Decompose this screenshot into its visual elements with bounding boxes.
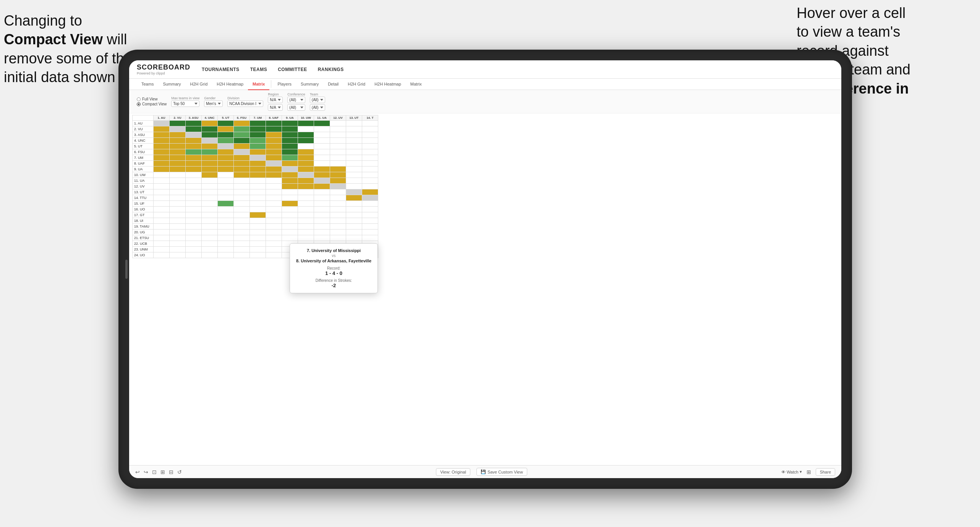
matrix-cell[interactable] (218, 184, 234, 189)
matrix-cell[interactable] (314, 167, 330, 172)
matrix-cell[interactable] (186, 230, 202, 235)
matrix-cell[interactable] (330, 121, 346, 126)
matrix-cell[interactable] (362, 138, 378, 144)
matrix-cell[interactable] (282, 155, 298, 161)
watch-button[interactable]: 👁 Watch ▾ (781, 469, 802, 474)
matrix-cell[interactable] (362, 230, 378, 235)
matrix-cell[interactable] (330, 178, 346, 184)
matrix-cell[interactable] (234, 161, 250, 167)
matrix-cell[interactable] (250, 184, 266, 189)
matrix-cell[interactable] (362, 224, 378, 230)
matrix-cell[interactable] (250, 212, 266, 218)
matrix-cell[interactable] (234, 201, 250, 207)
matrix-cell[interactable] (266, 195, 282, 201)
matrix-cell[interactable] (314, 161, 330, 167)
matrix-cell[interactable] (170, 207, 186, 212)
matrix-cell[interactable] (298, 195, 314, 201)
matrix-cell[interactable] (362, 218, 378, 224)
matrix-cell[interactable] (170, 224, 186, 230)
matrix-cell[interactable] (202, 132, 218, 138)
matrix-cell[interactable] (314, 212, 330, 218)
matrix-cell[interactable] (202, 172, 218, 178)
matrix-cell[interactable] (282, 230, 298, 235)
matrix-cell[interactable] (218, 132, 234, 138)
matrix-cell[interactable] (186, 138, 202, 144)
matrix-cell[interactable] (266, 252, 282, 258)
matrix-cell[interactable] (282, 172, 298, 178)
matrix-cell[interactable] (362, 172, 378, 178)
matrix-cell[interactable] (314, 144, 330, 149)
team-select-2[interactable]: (All) (310, 104, 325, 111)
tab-h2h-grid[interactable]: H2H Grid (185, 79, 212, 90)
matrix-cell[interactable] (218, 207, 234, 212)
matrix-cell[interactable] (186, 172, 202, 178)
matrix-cell[interactable] (170, 167, 186, 172)
tab-player-h2h-heatmap[interactable]: H2H Heatmap (370, 79, 406, 90)
matrix-cell[interactable] (314, 230, 330, 235)
matrix-cell[interactable] (314, 178, 330, 184)
matrix-cell[interactable] (298, 167, 314, 172)
matrix-cell[interactable] (266, 235, 282, 241)
matrix-cell[interactable] (282, 189, 298, 195)
matrix-cell[interactable] (170, 230, 186, 235)
matrix-cell[interactable] (202, 126, 218, 132)
matrix-cell[interactable] (362, 132, 378, 138)
tab-summary[interactable]: Summary (158, 79, 185, 90)
matrix-cell[interactable] (250, 230, 266, 235)
redo-icon[interactable]: ↪ (144, 469, 148, 475)
matrix-cell[interactable] (266, 155, 282, 161)
matrix-cell[interactable] (298, 201, 314, 207)
matrix-cell[interactable] (154, 247, 170, 252)
matrix-cell[interactable] (250, 172, 266, 178)
matrix-cell[interactable] (250, 218, 266, 224)
matrix-cell[interactable] (266, 241, 282, 247)
matrix-cell[interactable] (234, 252, 250, 258)
matrix-cell[interactable] (170, 195, 186, 201)
matrix-cell[interactable] (266, 167, 282, 172)
tab-player-h2h-grid[interactable]: H2H Grid (343, 79, 370, 90)
matrix-cell[interactable] (170, 178, 186, 184)
matrix-cell[interactable] (218, 126, 234, 132)
matrix-cell[interactable] (250, 144, 266, 149)
matrix-cell[interactable] (298, 161, 314, 167)
matrix-cell[interactable] (218, 161, 234, 167)
conference-select[interactable]: (All) (287, 97, 305, 103)
matrix-cell[interactable] (186, 252, 202, 258)
matrix-cell[interactable] (330, 189, 346, 195)
matrix-cell[interactable] (298, 230, 314, 235)
matrix-cell[interactable] (186, 167, 202, 172)
matrix-cell[interactable] (234, 149, 250, 155)
matrix-cell[interactable] (202, 218, 218, 224)
matrix-cell[interactable] (170, 252, 186, 258)
matrix-cell[interactable] (266, 138, 282, 144)
matrix-cell[interactable] (170, 138, 186, 144)
matrix-cell[interactable] (282, 212, 298, 218)
matrix-cell[interactable] (154, 172, 170, 178)
matrix-cell[interactable] (346, 224, 362, 230)
matrix-cell[interactable] (362, 149, 378, 155)
matrix-cell[interactable] (154, 138, 170, 144)
matrix-cell[interactable] (330, 149, 346, 155)
matrix-cell[interactable] (362, 189, 378, 195)
matrix-cell[interactable] (282, 207, 298, 212)
matrix-cell[interactable] (250, 241, 266, 247)
matrix-cell[interactable] (234, 144, 250, 149)
tab-teams[interactable]: Teams (137, 79, 158, 90)
matrix-cell[interactable] (298, 184, 314, 189)
matrix-cell[interactable] (234, 241, 250, 247)
matrix-cell[interactable] (186, 241, 202, 247)
matrix-cell[interactable] (346, 184, 362, 189)
nav-committee[interactable]: COMMITTEE (278, 65, 307, 74)
matrix-cell[interactable] (202, 184, 218, 189)
matrix-cell[interactable] (282, 178, 298, 184)
matrix-cell[interactable] (170, 218, 186, 224)
matrix-cell[interactable] (154, 149, 170, 155)
matrix-cell[interactable] (170, 126, 186, 132)
matrix-cell[interactable] (250, 167, 266, 172)
matrix-cell[interactable] (218, 172, 234, 178)
undo-icon[interactable]: ↩ (135, 469, 140, 475)
view-original-button[interactable]: View: Original (436, 468, 470, 476)
tab-h2h-heatmap[interactable]: H2H Heatmap (212, 79, 248, 90)
matrix-cell[interactable] (234, 195, 250, 201)
matrix-cell[interactable] (154, 184, 170, 189)
